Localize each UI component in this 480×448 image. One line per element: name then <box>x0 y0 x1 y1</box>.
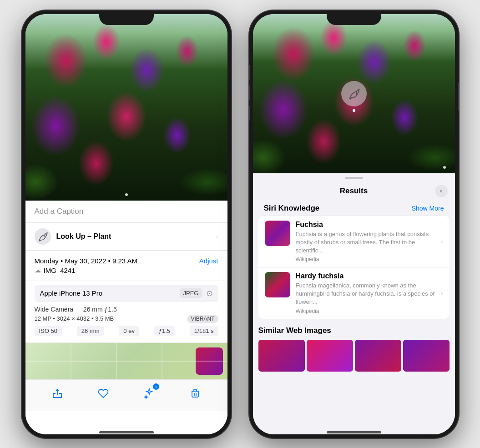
knowledge-item-fuchsia[interactable]: Fuchsia Fuchsia is a genus of flowering … <box>258 216 450 267</box>
right-phone-notch <box>327 10 381 25</box>
hardy-fuchsia-content: Hardy fuchsia Fuchsia magellanica, commo… <box>296 272 435 314</box>
camera-settings-icon[interactable]: ⊙ <box>206 288 213 298</box>
camera-detail: Wide Camera — 26 mm ƒ1.5 <box>35 306 218 313</box>
date-row: Monday • May 30, 2022 • 9:23 AM Adjust <box>35 257 218 265</box>
map-roads <box>25 343 227 379</box>
exif-row: ISO 50 26 mm 0 ev ƒ1.5 1/181 s <box>35 323 218 339</box>
lookup-chevron-icon: › <box>216 233 218 240</box>
bottom-toolbar: i <box>25 379 227 411</box>
camera-header: Apple iPhone 13 Pro JPEG ⊙ <box>35 285 218 302</box>
leaf-lookup-icon <box>348 87 360 100</box>
show-more-button[interactable]: Show More <box>412 205 444 212</box>
map-area[interactable] <box>25 343 227 379</box>
camera-section: Apple iPhone 13 Pro JPEG ⊙ Wide Camera —… <box>25 281 227 343</box>
photo-display[interactable] <box>25 14 227 201</box>
right-page-indicator <box>443 166 446 169</box>
right-phone-power[interactable] <box>458 83 459 111</box>
results-title: Results <box>273 186 435 196</box>
right-phone: Results × Siri Knowledge Show More <box>249 10 459 438</box>
fuchsia-source: Wikipedia <box>296 256 435 262</box>
hardy-fuchsia-thumbnail <box>265 272 290 297</box>
focal-length: 26 mm <box>77 326 104 336</box>
siri-knowledge-header: Siri Knowledge Show More <box>253 202 455 216</box>
fuchsia-chevron-icon: › <box>441 238 443 245</box>
trash-icon <box>190 388 200 399</box>
caption-placeholder: Add a Caption <box>35 207 84 216</box>
delete-button[interactable] <box>187 385 203 402</box>
right-phone-screen: Results × Siri Knowledge Show More <box>253 14 455 434</box>
share-icon <box>52 388 63 399</box>
results-header: Results × <box>253 183 455 202</box>
date-text: Monday • May 30, 2022 • 9:23 AM <box>35 257 137 265</box>
visual-lookup-button[interactable] <box>341 81 367 106</box>
siri-knowledge-section: Fuchsia Fuchsia is a genus of flowering … <box>258 216 450 319</box>
similar-web-images-section: Similar Web Images <box>253 324 455 375</box>
siri-knowledge-title: Siri Knowledge <box>264 204 320 213</box>
jpeg-badge: JPEG <box>180 288 202 298</box>
hardy-fuchsia-description: Fuchsia magellanica, commonly known as t… <box>296 282 435 307</box>
date-section: Monday • May 30, 2022 • 9:23 AM Adjust ☁… <box>25 251 227 281</box>
right-phone-silent[interactable] <box>249 106 250 121</box>
leaf-icon <box>37 231 48 242</box>
lookup-label: Look Up – <box>56 232 91 240</box>
fuchsia-content: Fuchsia Fuchsia is a genus of flowering … <box>296 221 435 263</box>
similar-images-grid <box>258 340 450 372</box>
info-badge: i <box>153 383 159 390</box>
left-phone: Add a Caption Look Up – Plant › <box>22 10 231 438</box>
lookup-row[interactable]: Look Up – Plant › <box>25 223 227 251</box>
specs-text: 12 MP • 3024 × 4032 • 3.5 MB <box>35 315 114 322</box>
similar-images-title: Similar Web Images <box>258 326 450 335</box>
silent-switch[interactable] <box>22 106 22 121</box>
right-phone-volume-up[interactable] <box>249 65 250 80</box>
lookup-subject: Plant <box>91 232 111 240</box>
hardy-fuchsia-chevron-icon: › <box>441 289 443 297</box>
close-icon: × <box>439 187 443 195</box>
camera-badges: JPEG ⊙ <box>180 288 213 298</box>
filename-text: IMG_4241 <box>44 267 76 274</box>
knowledge-item-hardy-fuchsia[interactable]: Hardy fuchsia Fuchsia magellanica, commo… <box>258 267 450 319</box>
aperture-value: ƒ1.5 <box>154 326 175 336</box>
volume-down-button[interactable] <box>22 86 22 100</box>
svg-rect-4 <box>192 391 198 397</box>
fuchsia-thumbnail <box>265 221 290 246</box>
phones-container: Add a Caption Look Up – Plant › <box>13 1 468 447</box>
right-phone-volume-down[interactable] <box>249 86 250 100</box>
ev-value: 0 ev <box>119 326 139 336</box>
camera-model: Apple iPhone 13 Pro <box>40 289 103 297</box>
shutter-speed: 1/181 s <box>190 326 218 336</box>
similar-image-4[interactable] <box>403 340 450 372</box>
similar-image-3[interactable] <box>355 340 401 372</box>
like-button[interactable] <box>95 385 111 402</box>
drag-handle[interactable] <box>345 177 363 179</box>
hardy-fuchsia-title: Hardy fuchsia <box>296 272 435 280</box>
caption-area[interactable]: Add a Caption <box>25 201 227 223</box>
info-button[interactable]: i <box>141 385 157 402</box>
page-indicator-dot <box>125 193 128 196</box>
similar-image-2[interactable] <box>307 340 353 372</box>
right-home-indicator <box>327 431 381 433</box>
visual-lookup-dot <box>353 109 355 112</box>
lookup-text: Look Up – Plant <box>56 232 111 241</box>
volume-up-button[interactable] <box>22 65 22 80</box>
heart-icon <box>98 388 109 399</box>
lookup-icon-circle <box>35 228 51 245</box>
fuchsia-title: Fuchsia <box>296 221 435 229</box>
results-panel: Results × Siri Knowledge Show More <box>253 173 455 434</box>
photo-info-area: Add a Caption Look Up – Plant › <box>25 201 227 434</box>
adjust-button[interactable]: Adjust <box>199 257 218 265</box>
sparkle-icon <box>144 388 155 399</box>
similar-image-1[interactable] <box>258 340 305 372</box>
right-photo-display[interactable] <box>253 14 455 173</box>
close-button[interactable]: × <box>435 185 448 197</box>
power-button[interactable] <box>231 83 231 111</box>
fuchsia-description: Fuchsia is a genus of flowering plants t… <box>296 230 435 255</box>
iso-value: ISO 50 <box>35 326 62 336</box>
share-button[interactable] <box>49 385 66 402</box>
hardy-fuchsia-source: Wikipedia <box>296 308 435 314</box>
phone-notch <box>99 10 154 25</box>
filename-row: ☁ IMG_4241 <box>35 267 218 277</box>
home-indicator <box>99 431 154 433</box>
flower-image <box>25 14 227 201</box>
cloud-icon: ☁ <box>35 267 41 274</box>
left-phone-screen: Add a Caption Look Up – Plant › <box>25 14 227 434</box>
